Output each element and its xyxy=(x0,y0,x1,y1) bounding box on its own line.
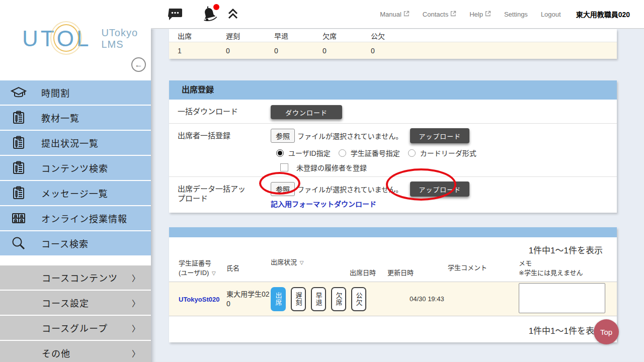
manual-link[interactable]: Manual xyxy=(380,11,410,18)
logo-text: UTOL xyxy=(22,26,91,51)
sidebar-item-timetable[interactable]: 時間割 xyxy=(0,80,151,105)
column-header-update-time: 更新日時 xyxy=(387,267,448,277)
logo-block: UTOL UTokyo LMS ← xyxy=(0,0,151,80)
radio-card-reader[interactable] xyxy=(408,149,416,157)
notification-badge xyxy=(213,4,219,10)
panel-title: 出席登録 xyxy=(169,80,617,100)
chevron-right-icon: 〉 xyxy=(132,297,140,309)
sidebar-item-course-settings[interactable]: コース設定 〉 xyxy=(0,291,151,315)
update-time-value: 04/30 19:43 xyxy=(387,295,448,303)
status-button-excused[interactable]: 公欠 xyxy=(351,287,366,311)
memo-textarea[interactable] xyxy=(519,283,605,313)
column-header-status[interactable]: 出席状況 ▽ xyxy=(271,257,350,266)
help-link[interactable]: Help xyxy=(469,11,491,18)
student-attendance-table: 1件中1〜1件を表示 学生証番号 (ユーザID) ▽ 氏名 出席状況 ▽ 出席日… xyxy=(169,227,617,342)
external-link-icon xyxy=(485,11,491,18)
clipboard-icon xyxy=(9,136,28,150)
collapse-header-icon[interactable] xyxy=(226,8,239,21)
column-header-student-id[interactable]: 学生証番号 (ユーザID) ▽ xyxy=(179,258,226,277)
sidebar-divider xyxy=(0,256,151,265)
bulk-upload-row: 出席データ一括アップロード 参照 ファイルが選択されていません。 アップロード … xyxy=(169,177,617,213)
summary-value: 0 xyxy=(226,47,274,55)
arrow-left-icon: ← xyxy=(135,60,143,69)
register-unenrolled-checkbox[interactable] xyxy=(280,163,288,171)
sidebar-item-course-group[interactable]: コースグループ 〉 xyxy=(0,316,151,340)
table-title-bar xyxy=(169,227,617,237)
sidebar-item-course-search[interactable]: コース検索 xyxy=(0,231,151,255)
external-link-icon xyxy=(404,11,410,18)
bulk-download-row: 一括ダウンロード ダウンロード xyxy=(169,100,617,124)
sidebar-item-materials[interactable]: 教材一覧 xyxy=(0,106,151,130)
upload-button[interactable]: アップロード xyxy=(410,128,469,143)
student-id-link[interactable]: UTokyoSt020 xyxy=(179,296,219,303)
sort-icon[interactable]: ▽ xyxy=(300,260,304,265)
status-button-late[interactable]: 遅刻 xyxy=(291,287,306,311)
column-header: 早退 xyxy=(274,31,323,41)
topbar: Manual Contacts Help Settings Logout 東大用… xyxy=(151,0,644,29)
result-count-text-bottom: 1件中1〜1件を表示 xyxy=(169,316,617,342)
sidebar-item-online-class[interactable]: オンライン授業情報 xyxy=(0,206,151,230)
attendance-summary-table: 出席 遅刻 早退 欠席 公欠 1 0 0 0 0 xyxy=(169,29,617,59)
current-user-name: 東大用教職員020 xyxy=(576,9,630,19)
graduation-cap-icon xyxy=(9,85,28,100)
sidebar-item-course-contents[interactable]: コースコンテンツ 〉 xyxy=(0,265,151,290)
column-header-memo: メモ ※学生には見えません xyxy=(519,258,617,277)
utol-logo: UTOL UTokyo LMS xyxy=(0,0,151,51)
sort-icon[interactable]: ▽ xyxy=(212,270,216,276)
student-name: 東大用学生020 xyxy=(226,290,270,308)
column-header-name: 氏名 xyxy=(226,263,271,273)
attendance-registration-panel: 出席登録 一括ダウンロード ダウンロード 出席者一括登録 参照 ファイルが選択さ… xyxy=(169,80,617,213)
sidebar-item-content-search[interactable]: コンテンツ検索 xyxy=(0,156,151,180)
upload-button[interactable]: アップロード xyxy=(410,182,469,197)
search-icon xyxy=(9,236,28,251)
summary-value: 0 xyxy=(274,47,323,55)
video-conference-icon xyxy=(9,211,28,225)
sidebar-item-messages[interactable]: メッセージ一覧 xyxy=(0,181,151,205)
chevron-right-icon: 〉 xyxy=(132,347,140,359)
scroll-to-top-button[interactable]: Top xyxy=(594,319,619,344)
contacts-link[interactable]: Contacts xyxy=(423,11,456,18)
column-header: 遅刻 xyxy=(226,31,274,41)
clipboard-icon xyxy=(9,161,28,175)
browse-file-button[interactable]: 参照 xyxy=(271,129,295,143)
radio-student-number[interactable] xyxy=(339,149,346,157)
status-button-group: 出席 遅刻 早退 欠席 公欠 xyxy=(271,287,350,311)
column-header: 欠席 xyxy=(323,31,371,41)
logo-subtitle: UTokyo LMS xyxy=(101,27,138,50)
column-header: 出席 xyxy=(178,31,226,41)
sidebar-item-others[interactable]: その他 〉 xyxy=(0,341,151,362)
result-count-text: 1件中1〜1件を表示 xyxy=(169,237,617,257)
chevron-right-icon: 〉 xyxy=(132,322,140,334)
status-button-left-early[interactable]: 早退 xyxy=(311,287,326,311)
student-table-header-row: 学生証番号 (ユーザID) ▽ 氏名 出席状況 ▽ 出席日時 更新日時 学生コメ… xyxy=(169,257,617,282)
external-link-icon xyxy=(450,11,456,18)
chat-icon[interactable] xyxy=(168,8,183,21)
column-header-attend-time: 出席日時 xyxy=(350,267,387,277)
bulk-register-row: 出席者一括登録 参照 ファイルが選択されていません。 アップロード ユーザID指… xyxy=(169,124,617,177)
no-file-selected-text: ファイルが選択されていません。 xyxy=(297,184,403,194)
student-row: UTokyoSt020 東大用学生020 出席 遅刻 早退 欠席 公欠 04/3… xyxy=(169,282,617,316)
radio-user-id[interactable] xyxy=(276,149,284,157)
sidebar-collapse-button[interactable]: ← xyxy=(131,57,146,72)
settings-link[interactable]: Settings xyxy=(504,11,528,18)
status-button-present[interactable]: 出席 xyxy=(271,287,286,311)
sidebar: UTOL UTokyo LMS ← 時間割 教材一覧 提出状況一覧 コンテンツ検 xyxy=(0,0,151,362)
main-area: Manual Contacts Help Settings Logout 東大用… xyxy=(151,0,644,362)
clipboard-icon xyxy=(9,111,28,125)
column-header: 公欠 xyxy=(371,31,419,41)
summary-value: 0 xyxy=(371,47,419,55)
summary-value: 0 xyxy=(323,47,371,55)
notifications-bell-icon[interactable] xyxy=(201,6,218,23)
browse-file-button[interactable]: 参照 xyxy=(271,182,295,196)
summary-value-row: 1 0 0 0 0 xyxy=(169,42,617,59)
sidebar-item-submissions[interactable]: 提出状況一覧 xyxy=(0,131,151,155)
clipboard-icon xyxy=(9,186,28,200)
column-header-comment: 学生コメント xyxy=(448,262,519,272)
download-button[interactable]: ダウンロード xyxy=(271,105,342,119)
status-button-absent[interactable]: 欠席 xyxy=(331,287,346,311)
no-file-selected-text: ファイルが選択されていません。 xyxy=(297,131,403,141)
summary-value: 1 xyxy=(178,47,226,55)
format-download-link[interactable]: 記入用フォーマットダウンロード xyxy=(271,199,376,209)
logout-link[interactable]: Logout xyxy=(541,11,561,18)
content-area: 出席 遅刻 早退 欠席 公欠 1 0 0 0 0 出席登録 一括ダウンロード ダ… xyxy=(151,29,644,362)
